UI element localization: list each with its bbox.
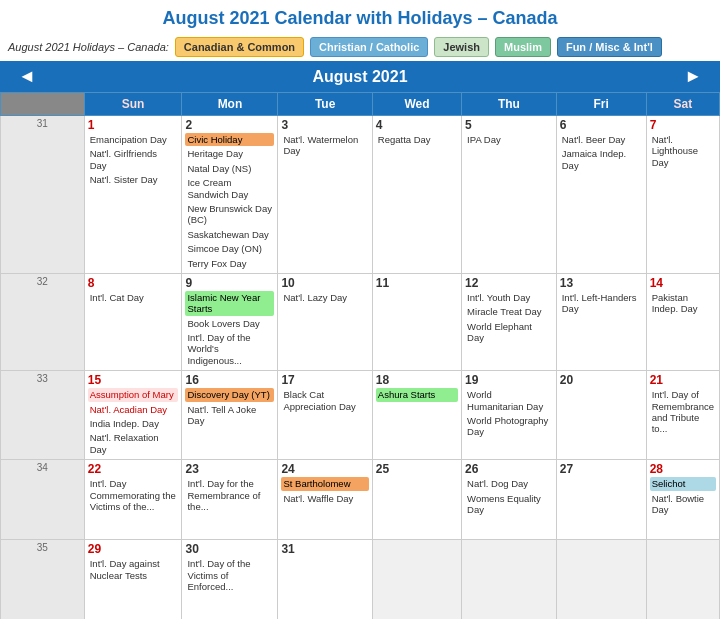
day-number: 11 xyxy=(376,276,458,290)
holiday-item: Nat'l. Bowtie Day xyxy=(650,492,716,517)
header-thu: Thu xyxy=(462,93,557,116)
holiday-item: Int'l. Cat Day xyxy=(88,291,179,304)
calendar-day: 9Islamic New Year StartsBook Lovers DayI… xyxy=(182,273,278,370)
calendar-day xyxy=(556,540,646,619)
holiday-item: Selichot xyxy=(650,477,716,490)
holiday-item: Black Cat Appreciation Day xyxy=(281,388,368,413)
holiday-item: Heritage Day xyxy=(185,147,274,160)
calendar-day: 26Nat'l. Dog DayWomens Equality Day xyxy=(462,460,557,540)
holiday-item: Jamaica Indep. Day xyxy=(560,147,643,172)
calendar-day: 5IPA Day xyxy=(462,116,557,274)
day-number: 8 xyxy=(88,276,179,290)
week-number: 34 xyxy=(1,460,85,540)
holiday-item: Discovery Day (YT) xyxy=(185,388,274,401)
day-number: 13 xyxy=(560,276,643,290)
top-bar: August 2021 Holidays – Canada: Canadian … xyxy=(0,33,720,61)
calendar-day: 1Emancipation DayNat'l. Girlfriends DayN… xyxy=(84,116,182,274)
holiday-item: Nat'l. Sister Day xyxy=(88,173,179,186)
holiday-item: Emancipation Day xyxy=(88,133,179,146)
holiday-item: Nat'l. Lighthouse Day xyxy=(650,133,716,169)
holiday-item: Terry Fox Day xyxy=(185,257,274,270)
day-number: 17 xyxy=(281,373,368,387)
holiday-item: World Humanitarian Day xyxy=(465,388,553,413)
week-number: 31 xyxy=(1,116,85,274)
calendar-day: 29Int'l. Day against Nuclear Tests xyxy=(84,540,182,619)
day-number: 23 xyxy=(185,462,274,476)
day-number: 29 xyxy=(88,542,179,556)
day-number: 4 xyxy=(376,118,458,132)
holiday-item: Ashura Starts xyxy=(376,388,458,401)
day-number: 18 xyxy=(376,373,458,387)
top-bar-label: August 2021 Holidays – Canada: xyxy=(8,41,169,53)
holiday-item: Womens Equality Day xyxy=(465,492,553,517)
prev-month-button[interactable]: ◄ xyxy=(10,66,44,87)
week-row: 311Emancipation DayNat'l. Girlfriends Da… xyxy=(1,116,720,274)
week-row: 3529Int'l. Day against Nuclear Tests30In… xyxy=(1,540,720,619)
calendar-day: 2Civic HolidayHeritage DayNatal Day (NS)… xyxy=(182,116,278,274)
day-number: 2 xyxy=(185,118,274,132)
calendar-day: 15Assumption of MaryNat'l. Acadian DayIn… xyxy=(84,371,182,460)
day-number: 21 xyxy=(650,373,716,387)
holiday-item: IPA Day xyxy=(465,133,553,146)
holiday-item: Pakistan Indep. Day xyxy=(650,291,716,316)
holiday-item: Miracle Treat Day xyxy=(465,305,553,318)
tab-muslim[interactable]: Muslim xyxy=(495,37,551,57)
header-mon: Mon xyxy=(182,93,278,116)
week-row: 3315Assumption of MaryNat'l. Acadian Day… xyxy=(1,371,720,460)
calendar-day: 14Pakistan Indep. Day xyxy=(646,273,719,370)
month-title: August 2021 xyxy=(44,68,676,86)
header-wed: Wed xyxy=(372,93,461,116)
calendar-day: 10Nat'l. Lazy Day xyxy=(278,273,372,370)
calendar-day: 12Int'l. Youth DayMiracle Treat DayWorld… xyxy=(462,273,557,370)
day-number: 24 xyxy=(281,462,368,476)
holiday-item: Nat'l. Girlfriends Day xyxy=(88,147,179,172)
calendar-day: 7Nat'l. Lighthouse Day xyxy=(646,116,719,274)
holiday-item: Nat'l. Lazy Day xyxy=(281,291,368,304)
day-number: 26 xyxy=(465,462,553,476)
header-tue: Tue xyxy=(278,93,372,116)
calendar-day: 22Int'l. Day Commemorating the Victims o… xyxy=(84,460,182,540)
holiday-item: Nat'l. Dog Day xyxy=(465,477,553,490)
holiday-item: Int'l. Left-Handers Day xyxy=(560,291,643,316)
calendar-day: 28SelichotNat'l. Bowtie Day xyxy=(646,460,719,540)
calendar-day xyxy=(646,540,719,619)
holiday-item: Int'l. Day for the Remembrance of the... xyxy=(185,477,274,513)
holiday-item: Regatta Day xyxy=(376,133,458,146)
tab-christian[interactable]: Christian / Catholic xyxy=(310,37,428,57)
calendar-day: 16Discovery Day (YT)Nat'l. Tell A Joke D… xyxy=(182,371,278,460)
holiday-item: Nat'l. Waffle Day xyxy=(281,492,368,505)
holiday-item: Int'l. Day of the World's Indigenous... xyxy=(185,331,274,367)
day-number: 1 xyxy=(88,118,179,132)
week-number: 35 xyxy=(1,540,85,619)
holiday-item: Ice Cream Sandwich Day xyxy=(185,176,274,201)
tab-fun[interactable]: Fun / Misc & Int'l xyxy=(557,37,662,57)
day-number: 30 xyxy=(185,542,274,556)
tab-canadian[interactable]: Canadian & Common xyxy=(175,37,304,57)
holiday-item: Natal Day (NS) xyxy=(185,162,274,175)
weekday-header-row: Sun Mon Tue Wed Thu Fri Sat xyxy=(1,93,720,116)
header-sun: Sun xyxy=(84,93,182,116)
holiday-item: World Elephant Day xyxy=(465,320,553,345)
day-number: 27 xyxy=(560,462,643,476)
calendar-day: 18Ashura Starts xyxy=(372,371,461,460)
tab-jewish[interactable]: Jewish xyxy=(434,37,489,57)
holiday-item: Assumption of Mary xyxy=(88,388,179,401)
holiday-item: Nat'l. Acadian Day xyxy=(88,403,179,416)
day-number: 5 xyxy=(465,118,553,132)
week-number: 33 xyxy=(1,371,85,460)
holiday-item: Simcoe Day (ON) xyxy=(185,242,274,255)
day-number: 7 xyxy=(650,118,716,132)
calendar-table: Sun Mon Tue Wed Thu Fri Sat 311Emancipat… xyxy=(0,92,720,619)
calendar-day xyxy=(372,540,461,619)
calendar-day: 13Int'l. Left-Handers Day xyxy=(556,273,646,370)
holiday-item: Islamic New Year Starts xyxy=(185,291,274,316)
next-month-button[interactable]: ► xyxy=(676,66,710,87)
header-fri: Fri xyxy=(556,93,646,116)
calendar-day: 20 xyxy=(556,371,646,460)
calendar-day: 21Int'l. Day of Remembrance and Tribute … xyxy=(646,371,719,460)
holiday-item: Saskatchewan Day xyxy=(185,228,274,241)
calendar-day: 17Black Cat Appreciation Day xyxy=(278,371,372,460)
holiday-item: Int'l. Youth Day xyxy=(465,291,553,304)
holiday-item: St Bartholomew xyxy=(281,477,368,490)
calendar-day: 25 xyxy=(372,460,461,540)
